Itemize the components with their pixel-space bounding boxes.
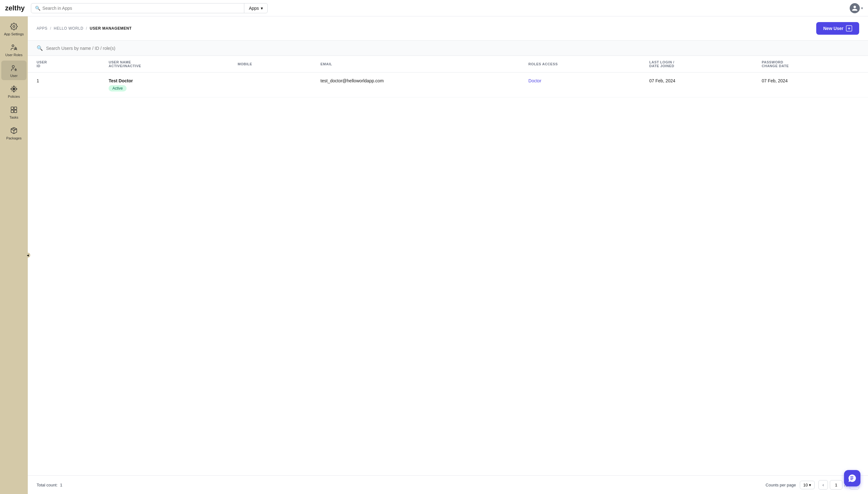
nav-right: ▾: [850, 3, 863, 13]
total-count: Total count: 1: [37, 483, 62, 487]
role-link[interactable]: Doctor: [529, 78, 541, 83]
status-badge: Active: [109, 85, 127, 92]
breadcrumb-apps[interactable]: APPS: [37, 26, 47, 31]
breadcrumb: APPS / HELLO WORLD / USER MANAGEMENT: [37, 26, 132, 31]
avatar[interactable]: [850, 3, 860, 13]
cell-roles: Doctor: [519, 73, 641, 97]
svg-rect-10: [11, 107, 14, 110]
user-search-icon: 🔍: [37, 45, 43, 51]
cell-email: test_doctor@helloworldapp.com: [312, 73, 519, 97]
table-header-row: USERID USER NAMEACTIVE/INACTIVE MOBILE E…: [28, 56, 868, 73]
sidebar: App Settings User Roles: [0, 16, 28, 494]
person-gear-icon: [10, 64, 18, 73]
top-navigation: zelthy 🔍 Apps ▾ ▾: [0, 0, 868, 16]
sidebar-item-user-roles-label: User Roles: [5, 53, 22, 57]
cell-mobile: [229, 73, 312, 97]
svg-rect-11: [14, 107, 17, 110]
sidebar-item-policies[interactable]: Policies: [1, 81, 26, 101]
col-email: EMAIL: [312, 56, 519, 73]
main-layout: App Settings User Roles: [0, 16, 868, 494]
group-gear-icon: [10, 43, 18, 52]
search-input[interactable]: [42, 6, 240, 11]
svg-point-0: [13, 25, 15, 27]
svg-point-2: [15, 48, 16, 49]
global-search-bar: 🔍 Apps ▾: [31, 3, 267, 13]
sidebar-item-tasks-label: Tasks: [10, 115, 18, 119]
user-name-text: Test Doctor: [109, 78, 220, 83]
col-roles: ROLES ACCESS: [519, 56, 641, 73]
page-header: APPS / HELLO WORLD / USER MANAGEMENT New…: [28, 16, 868, 41]
users-table: USERID USER NAMEACTIVE/INACTIVE MOBILE E…: [28, 56, 868, 97]
svg-point-1: [12, 45, 14, 47]
cell-password-change: 07 Feb, 2024: [753, 73, 868, 97]
table-body: 1 Test Doctor Active test_doctor@hellowo…: [28, 73, 868, 97]
snowflake-icon: [10, 84, 18, 93]
chevron-down-icon: ▾: [261, 6, 263, 11]
counts-per-page-value: 10: [803, 483, 808, 487]
total-count-value: 1: [60, 483, 62, 487]
col-username: USER NAMEACTIVE/INACTIVE: [100, 56, 229, 73]
sidebar-item-policies-label: Policies: [8, 95, 20, 98]
content-area: APPS / HELLO WORLD / USER MANAGEMENT New…: [28, 16, 868, 494]
apps-dropdown[interactable]: Apps ▾: [244, 6, 267, 11]
cell-username: Test Doctor Active: [100, 73, 229, 97]
total-count-label: Total count:: [37, 483, 58, 487]
tasks-icon: [10, 106, 18, 114]
gear-complex-icon: [10, 22, 18, 31]
counts-per-page-chevron: ▾: [809, 483, 811, 487]
search-input-area[interactable]: 🔍: [31, 6, 244, 11]
new-user-button[interactable]: New User +: [816, 22, 859, 35]
col-user-id: USERID: [28, 56, 100, 73]
sidebar-item-packages-label: Packages: [6, 136, 21, 140]
svg-rect-13: [14, 110, 17, 113]
user-search-bar: 🔍: [28, 41, 868, 56]
sidebar-item-user[interactable]: User: [1, 61, 26, 80]
svg-point-3: [12, 65, 15, 68]
cell-user-id: 1: [28, 73, 100, 97]
sidebar-item-tasks[interactable]: Tasks: [1, 102, 26, 122]
sidebar-item-user-label: User: [10, 74, 17, 78]
cell-last-login: 07 Feb, 2024: [641, 73, 753, 97]
user-search-input[interactable]: [46, 46, 859, 51]
table-row[interactable]: 1 Test Doctor Active test_doctor@hellowo…: [28, 73, 868, 97]
col-last-login: LAST LOGIN /DATE JOINED: [641, 56, 753, 73]
sidebar-item-app-settings[interactable]: App Settings: [1, 19, 26, 38]
logo: zelthy: [5, 4, 25, 12]
col-password-change: PASSWORDCHANGE DATE: [753, 56, 868, 73]
col-mobile: MOBILE: [229, 56, 312, 73]
chat-widget[interactable]: [844, 470, 861, 487]
sidebar-item-packages[interactable]: Packages: [1, 123, 26, 142]
apps-label: Apps: [249, 6, 259, 11]
search-icon: 🔍: [35, 6, 40, 11]
sidebar-item-app-settings-label: App Settings: [4, 32, 24, 36]
breadcrumb-sep-2: /: [86, 26, 87, 31]
package-icon: [10, 126, 18, 135]
current-page-input[interactable]: [830, 480, 843, 490]
users-table-container: USERID USER NAMEACTIVE/INACTIVE MOBILE E…: [28, 56, 868, 475]
svg-rect-12: [11, 110, 14, 113]
plus-icon: +: [846, 25, 852, 32]
new-user-label: New User: [823, 26, 843, 31]
breadcrumb-sep-1: /: [50, 26, 51, 31]
table-footer: Total count: 1 Counts per page 10 ▾ ‹ /1…: [28, 475, 868, 494]
sidebar-item-user-roles[interactable]: User Roles: [1, 40, 26, 59]
breadcrumb-user-management: USER MANAGEMENT: [90, 26, 132, 31]
prev-page-button[interactable]: ‹: [818, 480, 828, 490]
counts-per-page-label: Counts per page: [766, 483, 796, 487]
breadcrumb-hello-world[interactable]: HELLO WORLD: [54, 26, 83, 31]
table-header: USERID USER NAMEACTIVE/INACTIVE MOBILE E…: [28, 56, 868, 73]
counts-per-page-select[interactable]: 10 ▾: [800, 481, 815, 489]
user-menu-chevron[interactable]: ▾: [861, 6, 863, 11]
